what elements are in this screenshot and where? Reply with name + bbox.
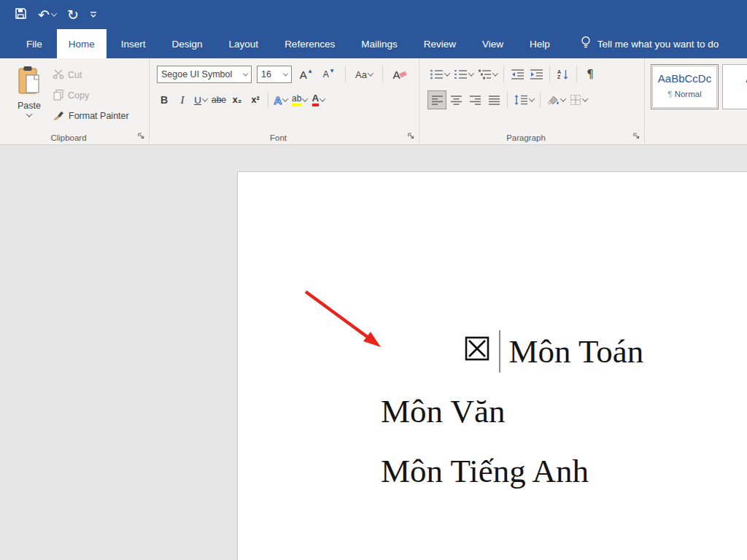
tab-references-label: References	[285, 39, 335, 50]
text-highlight-button[interactable]: ab	[290, 91, 309, 109]
style-normal-preview: AaBbCcDc	[651, 72, 718, 85]
tab-review[interactable]: Review	[412, 29, 468, 58]
tab-mailings[interactable]: Mailings	[349, 29, 409, 58]
show-hide-marks-button[interactable]: ¶	[581, 66, 599, 83]
dialog-launcher-icon	[137, 132, 145, 140]
customize-quick-access-button[interactable]	[90, 9, 97, 20]
sort-arrow-icon	[562, 69, 569, 80]
subscript-button[interactable]: x₂	[228, 91, 246, 109]
style-no-spacing-name: ¶ No	[723, 90, 747, 98]
paste-dropdown-icon[interactable]	[26, 111, 32, 117]
bullets-button[interactable]	[428, 66, 451, 83]
tab-home[interactable]: Home	[57, 29, 107, 58]
customize-quick-access-icon	[90, 9, 97, 20]
doc-line-3[interactable]: Môn Tiếng Anh	[381, 441, 643, 501]
copy-label: Copy	[68, 90, 89, 101]
superscript-icon: x²	[251, 95, 259, 105]
align-left-button[interactable]	[428, 91, 446, 109]
numbering-icon	[454, 69, 468, 80]
multilevel-list-button[interactable]	[476, 66, 499, 83]
italic-button[interactable]: I	[174, 91, 191, 109]
tab-layout[interactable]: Layout	[217, 29, 271, 58]
font-group: Segoe UI Symbol 16 A▲ A▼ Aa A	[150, 58, 419, 144]
sort-button[interactable]: AZ	[554, 66, 572, 83]
align-right-icon	[469, 95, 481, 106]
lightbulb-icon	[581, 36, 591, 52]
clear-formatting-button[interactable]: A	[391, 66, 409, 83]
tab-help-label: Help	[530, 39, 550, 50]
tell-me-box[interactable]: Tell me what you want to do	[581, 29, 719, 58]
style-no-spacing[interactable]: AaB ¶ No	[722, 64, 747, 109]
font-name-dropdown-icon[interactable]	[243, 71, 248, 76]
clipboard-dialog-launcher[interactable]	[136, 131, 146, 141]
grow-font-button[interactable]: A▲	[297, 66, 314, 83]
paragraph-group-label: Paragraph	[419, 133, 632, 142]
format-painter-label: Format Painter	[69, 111, 129, 121]
document-area: Môn Toán Môn Văn Môn Tiếng Anh	[0, 146, 747, 560]
shrink-font-button[interactable]: A▼	[320, 66, 337, 83]
numbering-button[interactable]	[452, 66, 475, 83]
tab-insert[interactable]: Insert	[109, 29, 158, 58]
doc-line-1-text: Môn Toán	[509, 332, 644, 370]
shading-button[interactable]	[545, 91, 567, 109]
style-normal[interactable]: AaBbCcDc ¶ Normal	[651, 64, 719, 109]
line-spacing-button[interactable]	[512, 91, 535, 109]
save-button[interactable]	[15, 7, 27, 22]
bold-button[interactable]: B	[155, 91, 173, 109]
text-effects-button[interactable]: A	[272, 91, 290, 109]
font-size-dropdown-icon[interactable]	[283, 71, 288, 76]
underline-button[interactable]: U	[192, 91, 209, 109]
decrease-indent-icon	[511, 69, 525, 80]
superscript-button[interactable]: x²	[247, 91, 264, 109]
redo-icon: ↻	[67, 8, 79, 22]
underline-dropdown-icon[interactable]	[202, 96, 208, 101]
checked-checkbox-icon[interactable]	[381, 295, 491, 408]
ribbon-tab-bar: File Home Insert Design Layout Reference…	[0, 29, 747, 58]
document-page[interactable]: Môn Toán Môn Văn Môn Tiếng Anh	[237, 171, 747, 560]
style-normal-name: ¶ Normal	[651, 90, 718, 98]
cut-label: Cut	[68, 70, 82, 80]
justify-icon	[488, 95, 500, 106]
doc-line-1[interactable]: Môn Toán	[381, 322, 643, 381]
borders-icon	[570, 94, 581, 106]
font-name-combobox[interactable]: Segoe UI Symbol	[157, 66, 252, 83]
align-center-icon	[450, 95, 462, 106]
tab-help[interactable]: Help	[518, 29, 562, 58]
borders-button[interactable]	[568, 91, 589, 109]
decrease-indent-button[interactable]	[508, 66, 526, 83]
undo-button[interactable]: ↶	[38, 8, 56, 22]
change-case-button[interactable]: Aa	[354, 66, 374, 83]
scissors-icon	[53, 69, 64, 82]
justify-button[interactable]	[485, 91, 503, 109]
style-no-spacing-preview: AaB	[723, 72, 747, 85]
align-center-button[interactable]	[447, 91, 465, 109]
tab-file-label: File	[26, 39, 42, 50]
strikethrough-icon: abe	[212, 95, 226, 105]
tab-view[interactable]: View	[471, 29, 515, 58]
tab-references[interactable]: References	[273, 29, 347, 58]
save-icon	[15, 7, 27, 22]
ribbon: Paste Cut Copy Format Painter	[0, 58, 747, 145]
font-dialog-launcher[interactable]	[406, 131, 416, 141]
copy-button[interactable]: Copy	[53, 88, 129, 104]
paragraph-dialog-launcher[interactable]	[632, 131, 641, 141]
redo-button[interactable]: ↻	[67, 8, 79, 22]
tell-me-label: Tell me what you want to do	[597, 39, 719, 50]
increase-indent-button[interactable]	[527, 66, 545, 83]
align-right-button[interactable]	[466, 91, 484, 109]
multilevel-list-icon	[478, 69, 492, 80]
tab-file[interactable]: File	[15, 29, 54, 58]
clipboard-group: Paste Cut Copy Format Painter	[0, 58, 150, 144]
font-color-button[interactable]: A	[309, 91, 327, 109]
text-cursor	[499, 330, 500, 373]
cut-button[interactable]: Cut	[53, 67, 129, 83]
increase-indent-icon	[530, 69, 543, 80]
paste-button[interactable]: Paste	[6, 64, 53, 144]
undo-dropdown-icon[interactable]	[51, 10, 57, 16]
font-size-combobox[interactable]: 16	[257, 66, 292, 83]
strikethrough-button[interactable]: abe	[210, 91, 228, 109]
document-text: Môn Toán Môn Văn Môn Tiếng Anh	[381, 322, 643, 501]
format-painter-button[interactable]: Format Painter	[53, 108, 129, 124]
tab-design[interactable]: Design	[160, 29, 214, 58]
clipboard-group-label: Clipboard	[0, 133, 137, 142]
